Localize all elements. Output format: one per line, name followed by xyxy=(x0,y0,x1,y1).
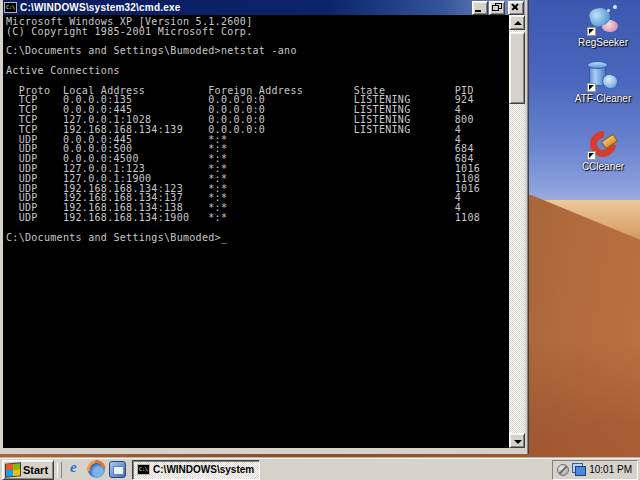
desktop-icon-atf-cleaner[interactable]: ATF-Cleaner xyxy=(564,60,640,104)
cmd-window: C:\ C:\WINDOWS\system32\cmd.exe Microsof… xyxy=(0,0,529,454)
cmd-icon[interactable]: C:\ xyxy=(4,2,17,13)
quick-launch-divider xyxy=(57,462,62,478)
vertical-scrollbar[interactable] xyxy=(509,15,525,448)
ccleaner-icon xyxy=(586,128,620,160)
tray-network-icon[interactable] xyxy=(572,463,586,476)
cmd-icon-text: C:\ xyxy=(138,467,148,472)
taskbar: Start C:\ C:\WINDOWS\system... 10:01 PM xyxy=(0,458,640,480)
console-output[interactable]: Microsoft Windows XP [Version 5.1.2600] … xyxy=(3,15,509,448)
desktop-icon-label: RegSeeker xyxy=(564,37,640,48)
titlebar[interactable]: C:\ C:\WINDOWS\system32\cmd.exe xyxy=(3,0,525,15)
close-button[interactable] xyxy=(508,1,524,15)
sparkle-dot xyxy=(607,9,610,12)
shortcut-arrow-icon xyxy=(587,151,596,160)
window-title: C:\WINDOWS\system32\cmd.exe xyxy=(20,2,471,13)
blue-window-icon[interactable] xyxy=(109,461,126,478)
atf-cleaner-icon xyxy=(586,60,620,92)
sparkle-dot xyxy=(613,5,617,9)
shortcut-arrow-icon xyxy=(587,83,596,92)
system-tray: 10:01 PM xyxy=(552,460,638,480)
horn-shape xyxy=(600,72,619,91)
restore-button[interactable] xyxy=(489,1,505,15)
regseeker-icon xyxy=(586,4,620,36)
start-button[interactable]: Start xyxy=(2,460,54,480)
screen: RegSeeker ATF-Cleaner CCleaner C:\ C:\WI… xyxy=(0,0,640,480)
scroll-down-button[interactable] xyxy=(509,433,525,448)
minimize-button[interactable] xyxy=(472,1,488,15)
start-button-label: Start xyxy=(23,464,48,476)
windows-flag-icon xyxy=(6,463,20,476)
cmd-icon-text: C:\ xyxy=(5,5,15,10)
scrollbar-thumb[interactable] xyxy=(509,32,525,104)
shortcut-arrow-icon xyxy=(587,27,596,36)
desktop-icon-label: ATF-Cleaner xyxy=(564,93,640,104)
console-area: Microsoft Windows XP [Version 5.1.2600] … xyxy=(3,15,525,448)
internet-explorer-icon[interactable] xyxy=(67,461,84,478)
tray-status-icon[interactable] xyxy=(557,464,569,476)
scroll-up-button[interactable] xyxy=(509,15,525,30)
desktop-icon-label: CCleaner xyxy=(564,161,640,172)
taskbar-button-cmd[interactable]: C:\ C:\WINDOWS\system... xyxy=(132,460,260,480)
taskbar-button-label: C:\WINDOWS\system... xyxy=(153,464,255,475)
taskbar-clock[interactable]: 10:01 PM xyxy=(589,464,632,475)
desktop-icon-ccleaner[interactable]: CCleaner xyxy=(564,128,640,172)
cmd-icon: C:\ xyxy=(137,464,150,475)
desktop-icon-regseeker[interactable]: RegSeeker xyxy=(564,4,640,48)
firefox-icon[interactable] xyxy=(88,461,105,478)
bin-lid-shape xyxy=(587,61,608,69)
